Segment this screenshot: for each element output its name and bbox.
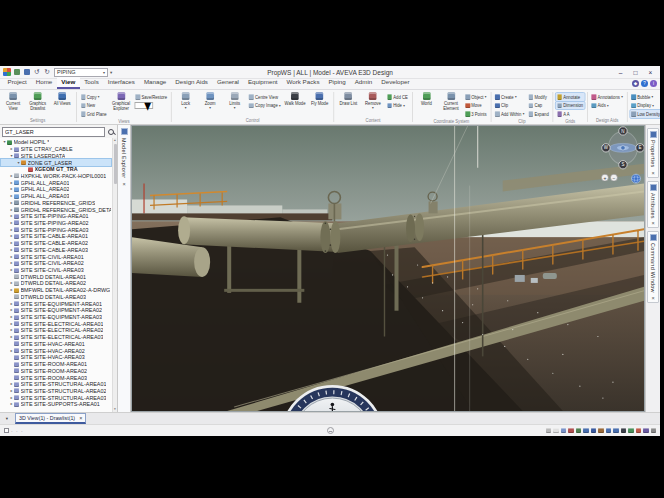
restore-button[interactable]: □: [629, 67, 642, 78]
nav-north-button[interactable]: N: [619, 127, 627, 135]
tree-item-site-site-hvac-area01[interactable]: SITE SITE-HVAC-AREA01: [1, 341, 111, 348]
ribbon-button-save-restore[interactable]: Save/Restore: [134, 93, 168, 101]
walk-icon[interactable]: [621, 428, 627, 434]
ribbon-button-remove[interactable]: Remove▾: [361, 91, 384, 117]
tree-item-xgeom-gt-tra[interactable]: XGEOM GT_TRA: [1, 166, 111, 173]
ribbon-button-centre-view[interactable]: Centre View: [248, 93, 282, 101]
tree-item-site-site-supports-area01[interactable]: ▸SITE SITE-SUPPORTS-AREA01: [1, 401, 111, 408]
drawlist-link-icon[interactable]: [24, 69, 30, 75]
ribbon-button-expand[interactable]: Expand: [527, 110, 550, 118]
handles-icon[interactable]: [591, 428, 597, 434]
ribbon-button-new[interactable]: New: [80, 102, 108, 110]
close-icon[interactable]: ×: [79, 415, 82, 421]
ribbon-tab-view[interactable]: View: [57, 77, 80, 89]
about-icon[interactable]: i: [650, 80, 657, 87]
ribbon-tab-tools[interactable]: Tools: [80, 77, 103, 89]
ribbon-button-create[interactable]: Create▾: [494, 93, 526, 101]
snap-icon[interactable]: [561, 428, 567, 434]
ribbon-button-grid-plane[interactable]: Grid Plane: [80, 110, 108, 118]
graphics-settings-icon[interactable]: [14, 69, 20, 75]
tree-item-site-site-hvac-area02[interactable]: ▸SITE SITE-HVAC-AREA02: [1, 347, 111, 354]
tree-item-site-site-room-area01[interactable]: SITE SITE-ROOM-AREA01: [1, 361, 111, 368]
panel-tab-command-window[interactable]: Command Window×: [647, 231, 659, 303]
ribbon-button-copy[interactable]: Copy▾: [80, 93, 108, 101]
tree-item-site-site-hvac-area03[interactable]: SITE SITE-HVAC-AREA03: [1, 354, 111, 361]
ribbon-button-move[interactable]: Move: [464, 102, 488, 110]
ribbon-button-walk-mode[interactable]: Walk Mode: [284, 91, 307, 117]
viewport-3d[interactable]: N W E S: [131, 125, 645, 412]
ribbon-button-clip[interactable]: Clip: [494, 102, 526, 110]
panel-tab-properties[interactable]: Properties×: [647, 128, 659, 178]
close-icon[interactable]: ×: [651, 295, 654, 301]
ribbon-tab-home[interactable]: Home: [31, 77, 57, 89]
ribbon-button-add-ce[interactable]: Add CE: [386, 93, 409, 101]
layers-icon[interactable]: [643, 428, 649, 434]
ribbon-button-add-within[interactable]: Add Within▾: [494, 110, 526, 118]
tree-item-site-site-equipment-area03[interactable]: ▸SITE SITE-EQUIPMENT-AREA03: [1, 314, 111, 321]
compass-icon[interactable]: [628, 428, 634, 434]
style-diamond-icon[interactable]: ◆: [632, 80, 639, 87]
tree-item-bmfwrl-detail-area02-a-drwg[interactable]: ▸BMFWRL DETAIL-AREA02-A-DRWG: [1, 287, 111, 294]
ribbon-button-a-a[interactable]: A A: [556, 110, 584, 118]
document-icon[interactable]: [553, 428, 559, 434]
tree-item-site-site-room-area02[interactable]: SITE SITE-ROOM-AREA02: [1, 367, 111, 374]
pin-icon[interactable]: [636, 428, 642, 434]
nav-zoom-in-button[interactable]: +: [601, 174, 608, 181]
grid-toggle-icon[interactable]: [546, 428, 552, 434]
model-explorer-tab[interactable]: Model Explorer: [121, 138, 127, 178]
tree-item-site-site-equipment-area01[interactable]: ▸SITE SITE-EQUIPMENT-AREA01: [1, 300, 111, 307]
ribbon-button-low-density[interactable]: Low Density: [630, 110, 660, 118]
tree-item-dtwrld-detail-area02[interactable]: ▸DTWRLD DETAIL-AREA02: [1, 280, 111, 287]
ribbon-button-hide[interactable]: Hide▾: [386, 102, 409, 110]
tree-item-site-site-piping-area01[interactable]: ▸SITE SITE-PIPING-AREA01: [1, 213, 111, 220]
ribbon-combo[interactable]: ▾: [134, 102, 153, 109]
tree-item-site-site-structural-area03[interactable]: ▸SITE SITE-STRUCTURAL-AREA03: [1, 394, 111, 401]
nav-east-button[interactable]: E: [636, 144, 644, 152]
ribbon-button-aids[interactable]: Aids▾: [590, 102, 624, 110]
nav-globe-button[interactable]: [631, 174, 640, 183]
tree-item-gridhl-reference-grids[interactable]: ▸GRIDHL REFERENCE_GRIDS: [1, 199, 111, 206]
ribbon-tab-general[interactable]: General: [212, 77, 243, 89]
ribbon-button-display[interactable]: Display▾: [630, 102, 660, 110]
ribbon-button-copy-image[interactable]: Copy Image▾: [248, 102, 282, 110]
undo-icon[interactable]: ↺: [33, 68, 41, 76]
tree-item-site-site-structural-area02[interactable]: ▸SITE SITE-STRUCTURAL-AREA02: [1, 388, 111, 395]
close-icon[interactable]: ×: [122, 181, 125, 187]
ribbon-tab-design-aids[interactable]: Design Aids: [171, 77, 213, 89]
tree-item-model-hopil[interactable]: ▾Model HOPIL *: [1, 139, 111, 146]
nav-south-button[interactable]: S: [619, 161, 627, 169]
search-icon[interactable]: [107, 128, 115, 136]
ribbon-button-annotations[interactable]: Annotations▾: [590, 93, 624, 101]
redo-icon[interactable]: ↻: [43, 68, 51, 76]
arrow-right-icon[interactable]: [613, 428, 619, 434]
ribbon-button-3-points[interactable]: 3 Points: [464, 110, 488, 118]
measure-icon[interactable]: [576, 428, 582, 434]
tree-item-site-site-structural-area01[interactable]: ▸SITE SITE-STRUCTURAL-AREA01: [1, 381, 111, 388]
tree-item-site-site-cable-area03[interactable]: ▸SITE SITE-CABLE-AREA03: [1, 247, 111, 254]
tree-item-gphl-all-area02[interactable]: ▸GPHL ALL_AREA02: [1, 186, 111, 193]
tree-item-gphl-all-area03[interactable]: ▸GPHL ALL_AREA03: [1, 193, 111, 200]
close-button[interactable]: ×: [644, 67, 657, 78]
tree-item-site-site-equipment-area02[interactable]: ▸SITE SITE-EQUIPMENT-AREA02: [1, 307, 111, 314]
tree-item-site-site-civil-area01[interactable]: ▸SITE SITE-CIVIL-AREA01: [1, 253, 111, 260]
tree-item-site-site-electrical-area03[interactable]: ▸SITE SITE-ELECTRICAL-AREA03: [1, 334, 111, 341]
ribbon-tab-equipment[interactable]: Equipment: [243, 77, 282, 89]
nav-zoom-out-button[interactable]: −: [610, 174, 617, 181]
scissors-icon[interactable]: [568, 428, 574, 434]
ribbon-button-world[interactable]: World: [415, 91, 438, 118]
view-tab-active[interactable]: 3D View(1) - Drawlist(1) ×: [15, 413, 86, 424]
panel-tab-attributes[interactable]: Attributes×: [647, 181, 659, 229]
ribbon-button-annotate[interactable]: Annotate: [556, 93, 584, 101]
ribbon-button-modify[interactable]: Modify: [527, 93, 550, 101]
close-icon[interactable]: ×: [651, 220, 654, 226]
app-logo-icon[interactable]: [3, 68, 11, 76]
ribbon-button-all-views[interactable]: All Views: [51, 91, 74, 117]
ribbon-button-current-view[interactable]: Current View: [2, 91, 25, 117]
ribbon-button-object[interactable]: Object▾: [464, 93, 488, 101]
qat-more-button[interactable]: ▾: [110, 70, 112, 75]
ribbon-tab-admin[interactable]: Admin: [350, 77, 377, 89]
tree-item-dtwrld-detail-area03[interactable]: DTWRLD DETAIL-AREA03: [1, 294, 111, 301]
pointer-icon[interactable]: [583, 428, 589, 434]
scroll-up-icon[interactable]: ▴: [114, 138, 116, 143]
rotate-icon[interactable]: [598, 428, 604, 434]
